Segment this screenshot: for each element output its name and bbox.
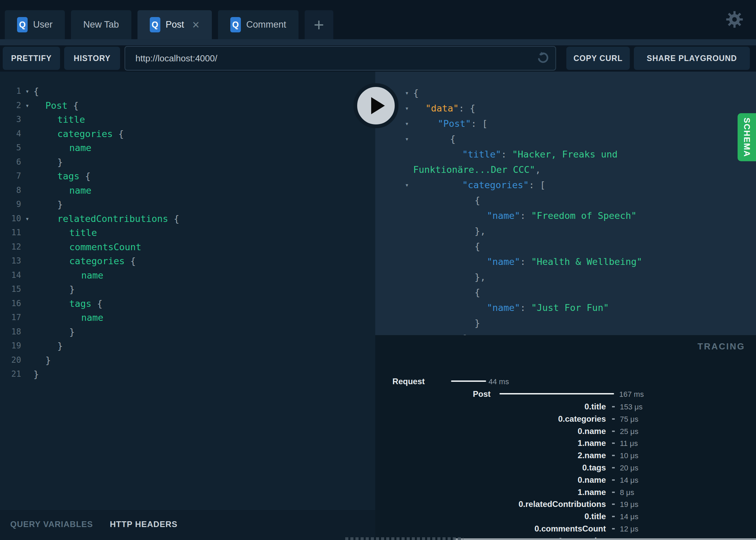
code-line: } xyxy=(33,325,75,339)
code-token: "categories" xyxy=(462,180,529,190)
fold-arrow-icon[interactable]: ▾ xyxy=(21,99,33,113)
variables-tray: QUERY VARIABLES HTTP HEADERS xyxy=(0,510,375,540)
trace-span-row: Request44 ms xyxy=(375,377,756,386)
editor-line[interactable]: 13categories { xyxy=(0,254,375,268)
editor-line[interactable]: 14name xyxy=(0,268,375,283)
editor-line[interactable]: 1▾{ xyxy=(0,84,375,99)
fold-spacer xyxy=(21,141,33,155)
editor-line[interactable]: 12commentsCount xyxy=(0,240,375,254)
close-icon[interactable]: × xyxy=(192,19,200,31)
tab-user[interactable]: QUser xyxy=(5,10,65,39)
tab-query-variables[interactable]: QUERY VARIABLES xyxy=(10,520,93,529)
code-token: categories xyxy=(57,129,113,139)
tracing-horizontal-scrollbar[interactable] xyxy=(454,538,756,540)
new-tab-button[interactable]: + xyxy=(305,10,333,39)
code-token: { xyxy=(450,134,455,144)
history-button[interactable]: HISTORY xyxy=(64,47,120,70)
settings-button[interactable] xyxy=(725,10,744,29)
code-token: "name" xyxy=(487,302,520,313)
code-line: tags { xyxy=(33,297,103,311)
trace-label: 0.relatedContributions xyxy=(375,499,606,509)
code-token: }, xyxy=(475,272,486,282)
query-editor-pane[interactable]: 1▾{2▾Post {3title4categories {5name6}7ta… xyxy=(0,72,375,540)
tracing-toggle[interactable]: TRACING xyxy=(698,341,745,352)
code-token: Funktionäre...Der CCC" xyxy=(413,164,535,175)
fold-arrow-icon[interactable]: ▾ xyxy=(21,212,33,226)
tab-comment[interactable]: QComment xyxy=(218,10,299,39)
code-token: } xyxy=(69,327,75,337)
editor-line[interactable]: 8name xyxy=(0,183,375,198)
schema-tab[interactable]: SCHEMA xyxy=(738,113,756,161)
editor-line[interactable]: 18} xyxy=(0,325,375,339)
tab-post[interactable]: QPost× xyxy=(137,10,212,39)
tab-label: User xyxy=(33,19,53,30)
fold-spacer xyxy=(21,268,33,283)
code-line: name xyxy=(33,311,103,325)
trace-label: 1.name xyxy=(375,438,606,448)
response-line: "name": "Health & Wellbeing" xyxy=(375,254,756,269)
trace-duration: 19 μs xyxy=(620,500,638,509)
editor-line[interactable]: 10▾relatedContributions { xyxy=(0,212,375,226)
code-line: "data": { xyxy=(425,101,756,116)
trace-field-row: 1.name11 μs xyxy=(375,438,756,447)
code-token: { xyxy=(68,100,79,111)
editor-line[interactable]: 6} xyxy=(0,155,375,169)
code-token: "title" xyxy=(462,149,501,160)
copy-curl-button[interactable]: COPY CURL xyxy=(566,47,630,70)
line-number: 5 xyxy=(0,141,21,155)
editor-line[interactable]: 16tags { xyxy=(0,297,375,311)
refresh-schema-button[interactable] xyxy=(536,50,551,65)
editor-line[interactable]: 15} xyxy=(0,282,375,297)
trace-dash xyxy=(612,528,615,529)
code-line: commentsCount xyxy=(33,240,141,254)
fold-arrow-icon[interactable]: ▾ xyxy=(21,84,33,99)
trace-duration: 10 μs xyxy=(620,451,638,460)
line-number: 7 xyxy=(0,169,21,183)
endpoint-url-input[interactable] xyxy=(125,46,556,71)
code-token: }, xyxy=(475,226,486,236)
code-token: "Health & Wellbeing" xyxy=(531,256,642,267)
execute-query-button[interactable] xyxy=(353,83,398,128)
fold-arrow-icon[interactable]: ▾ xyxy=(405,131,409,147)
trace-label: 0.tags xyxy=(375,463,606,472)
trace-field-row: 0.title153 μs xyxy=(375,402,756,411)
trace-label: 0.categories xyxy=(375,414,606,424)
line-number: 18 xyxy=(0,325,21,339)
tab-bar: QUserNew TabQPost×QComment+ xyxy=(5,10,333,39)
fold-arrow-icon[interactable]: ▾ xyxy=(405,101,409,116)
editor-line[interactable]: 3title xyxy=(0,112,375,127)
code-token: { xyxy=(475,287,480,298)
response-line: ▾"data": { xyxy=(375,101,756,116)
editor-line[interactable]: 17name xyxy=(0,311,375,325)
editor-line[interactable]: 2▾Post { xyxy=(0,99,375,113)
fold-spacer xyxy=(21,226,33,240)
share-playground-button[interactable]: SHARE PLAYGROUND xyxy=(634,47,750,70)
code-token: : xyxy=(520,256,532,267)
editor-line[interactable]: 19} xyxy=(0,339,375,353)
response-line: } xyxy=(375,315,756,331)
code-line: tags { xyxy=(33,169,91,183)
response-line: }, xyxy=(375,269,756,285)
editor-line[interactable]: 21} xyxy=(0,367,375,381)
fold-arrow-icon[interactable]: ▾ xyxy=(405,116,409,131)
code-line: "name": "Freedom of Speech" xyxy=(487,208,756,223)
response-line: }, xyxy=(375,223,756,239)
line-number: 10 xyxy=(0,212,21,226)
tab-http-headers[interactable]: HTTP HEADERS xyxy=(110,520,177,529)
fold-arrow-icon[interactable]: ▾ xyxy=(405,85,409,101)
code-line: Funktionäre...Der CCC", xyxy=(413,162,756,177)
code-token: "data" xyxy=(425,103,459,114)
query-badge-icon: Q xyxy=(230,17,241,32)
code-token: name xyxy=(81,312,103,323)
tab-new-tab[interactable]: New Tab xyxy=(71,10,131,39)
editor-line[interactable]: 20} xyxy=(0,353,375,368)
code-token: } xyxy=(57,157,63,167)
prettify-button[interactable]: PRETTIFY xyxy=(3,47,60,70)
editor-line[interactable]: 11title xyxy=(0,226,375,240)
editor-line[interactable]: 7tags { xyxy=(0,169,375,183)
code-line: } xyxy=(33,339,63,353)
editor-line[interactable]: 9} xyxy=(0,197,375,212)
editor-line[interactable]: 4categories { xyxy=(0,127,375,141)
editor-line[interactable]: 5name xyxy=(0,141,375,155)
fold-arrow-icon[interactable]: ▾ xyxy=(405,177,409,193)
